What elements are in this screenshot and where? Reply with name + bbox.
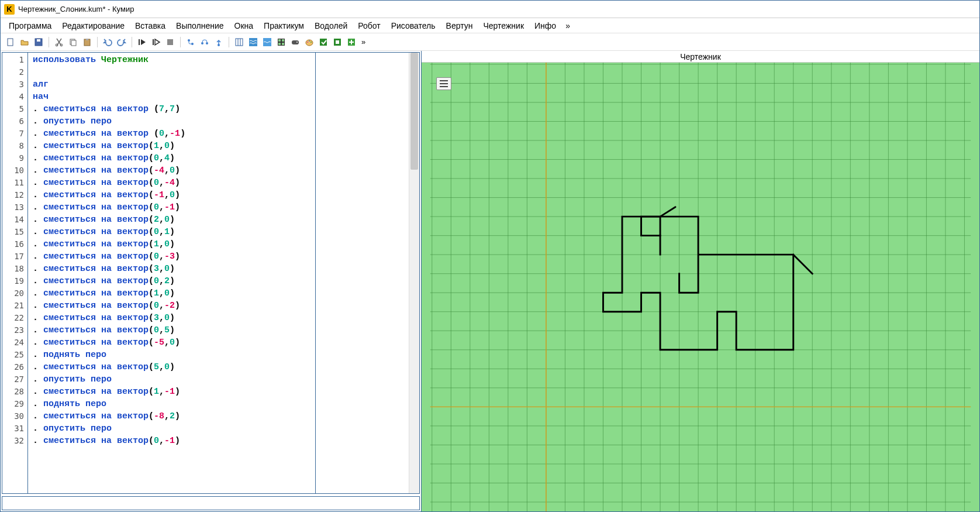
toolbar: » (1, 33, 979, 51)
copy-button[interactable] (67, 36, 80, 49)
svg-rect-35 (336, 40, 339, 44)
svg-point-31 (309, 40, 310, 42)
svg-point-30 (307, 42, 308, 43)
green3-button[interactable] (345, 36, 358, 49)
waves-button[interactable] (247, 36, 260, 49)
editor-pane: 1234567891011121314151617181920212223242… (1, 51, 422, 511)
step-into-button[interactable] (184, 36, 197, 49)
svg-rect-21 (263, 38, 271, 46)
svg-rect-17 (236, 39, 243, 46)
svg-point-12 (188, 39, 190, 42)
save-button[interactable] (32, 36, 45, 49)
svg-point-28 (296, 42, 298, 43)
menu-Вертун[interactable]: Вертун (441, 20, 478, 32)
svg-rect-6 (71, 40, 76, 46)
window1-button[interactable] (233, 36, 246, 49)
canvas-pane: Чертежник (422, 51, 979, 511)
menu-Вставка[interactable]: Вставка (130, 20, 170, 32)
svg-rect-23 (278, 39, 281, 42)
stop-button[interactable] (164, 36, 177, 49)
svg-rect-8 (86, 39, 88, 40)
drawer-canvas[interactable] (422, 63, 979, 511)
toolbar-more[interactable]: » (359, 36, 368, 49)
svg-point-14 (201, 42, 203, 44)
svg-rect-10 (153, 39, 154, 45)
menu-Практикум[interactable]: Практикум (259, 20, 309, 32)
run-button[interactable] (136, 36, 149, 49)
line-gutter: 1234567891011121314151617181920212223242… (2, 53, 28, 493)
menu-Выполнение[interactable]: Выполнение (171, 20, 228, 32)
run-step-button[interactable] (150, 36, 163, 49)
menu-Программа[interactable]: Программа (4, 20, 56, 32)
toolbar-separator (97, 37, 98, 47)
menu-Водолей[interactable]: Водолей (310, 20, 352, 32)
menu-Чертежник[interactable]: Чертежник (478, 20, 529, 32)
menu-Рисователь[interactable]: Рисователь (387, 20, 440, 32)
command-input[interactable] (2, 496, 420, 510)
svg-point-15 (206, 42, 208, 44)
toolbar-separator (180, 37, 181, 47)
paint-button[interactable] (303, 36, 316, 49)
svg-rect-26 (282, 43, 284, 45)
app-icon: K (4, 4, 15, 15)
svg-point-13 (191, 43, 194, 45)
undo-button[interactable] (101, 36, 114, 49)
menubar: ПрограммаРедактированиеВставкаВыполнение… (1, 18, 979, 33)
vertical-scrollbar[interactable] (409, 53, 419, 493)
scrollbar-thumb[interactable] (410, 53, 418, 170)
step-out-button[interactable] (212, 36, 225, 49)
new-button[interactable] (4, 36, 17, 49)
cut-button[interactable] (53, 36, 65, 49)
menu-Редактирование[interactable]: Редактирование (57, 20, 129, 32)
green2-button[interactable] (331, 36, 344, 49)
svg-point-32 (310, 42, 312, 43)
window-title: Чертежник_Слоник.kum* - Кумир (18, 5, 134, 13)
open-button[interactable] (18, 36, 31, 49)
svg-rect-9 (139, 39, 140, 45)
svg-point-16 (218, 44, 220, 46)
editor-margin (315, 53, 409, 493)
code-editor[interactable]: использовать Чертежник алгнач. сместитьс… (28, 53, 315, 493)
svg-rect-27 (292, 40, 299, 44)
titlebar: K Чертежник_Слоник.kum* - Кумир (1, 1, 979, 18)
menu-more[interactable]: » (562, 20, 574, 32)
grid1-button[interactable] (275, 36, 288, 49)
svg-rect-11 (167, 39, 173, 45)
canvas-title: Чертежник (422, 51, 979, 63)
svg-rect-20 (249, 38, 257, 46)
svg-rect-24 (282, 39, 284, 42)
paste-button[interactable] (81, 36, 94, 49)
svg-rect-0 (8, 39, 13, 46)
green1-button[interactable] (317, 36, 330, 49)
redo-button[interactable] (115, 36, 128, 49)
svg-rect-2 (37, 39, 40, 42)
toolbar-separator (229, 37, 229, 47)
gamepad-button[interactable] (289, 36, 302, 49)
toolbar-separator (132, 37, 132, 47)
canvas-menu-button[interactable] (436, 77, 451, 90)
menu-Окна[interactable]: Окна (230, 20, 258, 32)
menu-Робот[interactable]: Робот (353, 20, 385, 32)
step-over-button[interactable] (198, 36, 211, 49)
svg-rect-25 (278, 43, 281, 45)
waves2-button[interactable] (261, 36, 274, 49)
toolbar-separator (49, 37, 49, 47)
menu-Инфо[interactable]: Инфо (530, 20, 561, 32)
